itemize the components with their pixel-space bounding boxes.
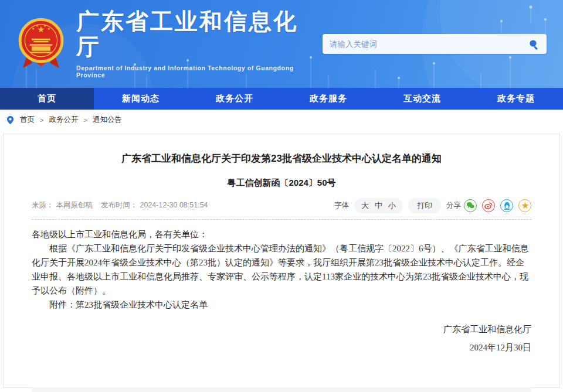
breadcrumb-separator: > [83,117,87,124]
source-label: 来源： [32,201,54,209]
breadcrumb-gov-disclosure[interactable]: 政务公开 [49,115,78,125]
share-label: 分享 [446,200,461,210]
star-icon [521,202,529,209]
source-value: 本网原创稿 [56,201,93,209]
org-name: 广东省工业和信息化厅 [76,9,323,60]
share-qq-button[interactable] [500,199,513,212]
main-nav: 首页 新闻动态 政务公开 政务服务 互动交流 政务专题 [0,88,563,110]
article-meta-left: 来源：本网原创稿发布时间：2024-12-30 08:51:54 [32,200,211,210]
svg-text:★: ★ [48,27,50,30]
qq-icon [503,202,511,210]
nav-item-home[interactable]: 首页 [0,88,94,110]
publish-time-value: 2024-12-30 08:51:54 [140,201,208,209]
font-size-label: 字体 [334,200,349,210]
article-toolbar: 字体 大 中 小 打印 分享 [334,198,531,213]
attachments-panel: 附件： 附件：第23批省级企业技术中心认定名单.pdf [32,387,531,392]
wechat-icon [466,202,474,209]
article-body: 各地级以上市工业和信息化局，各有关单位： 根据《广东工业和信息化厅关于印发省级企… [32,227,531,312]
share-weibo-button[interactable] [482,199,495,212]
breadcrumb: 首页 > 政务公开 > 通知公告 [0,110,563,130]
signature-date: 2024年12月30日 [32,339,531,357]
org-title-block: 广东省工业和信息化厅 Department of Industry and In… [76,9,323,79]
site-header: ★ ★ ★ ★ ★ 广东省工业和信息化厅 Department of Indus… [0,0,563,88]
share-favorite-button[interactable] [518,199,531,212]
location-pin-icon [6,115,15,125]
document-number: 粤工信创新函〔2024〕50号 [32,178,531,189]
font-size-large-button[interactable]: 大 [361,200,369,211]
national-emblem-logo: ★ ★ ★ ★ ★ [16,17,66,71]
search-input[interactable] [330,40,528,49]
breadcrumb-notices[interactable]: 通知公告 [93,115,122,125]
signature-block: 广东省工业和信息化厅 2024年12月30日 [32,321,531,357]
font-size-medium-button[interactable]: 中 [375,200,382,211]
font-size-small-button[interactable]: 小 [388,200,396,211]
svg-text:★: ★ [36,24,39,28]
search-button[interactable] [528,39,540,50]
nav-item-special-topics[interactable]: 政务专题 [469,88,563,110]
breadcrumb-separator: > [40,117,43,124]
share-wechat-button[interactable] [464,199,477,212]
article-meta-row: 来源：本网原创稿发布时间：2024-12-30 08:51:54 字体 大 中 … [32,198,531,220]
signature-org: 广东省工业和信息化厅 [32,321,531,339]
article-title: 广东省工业和信息化厅关于印发第23批省级企业技术中心认定名单的通知 [32,152,531,166]
site-search [323,34,547,54]
nav-item-interaction[interactable]: 互动交流 [375,88,469,110]
nav-item-gov-disclosure[interactable]: 政务公开 [188,88,282,110]
article-paragraph: 根据《广东工业和信息化厅关于印发省级企业技术中心管理办法的通知》（粤工信规字〔2… [32,241,531,298]
search-icon [528,39,540,50]
org-name-en: Department of Industry and Information T… [76,64,323,79]
svg-text:★: ★ [32,27,35,30]
article-card: 广东省工业和信息化厅关于印发第23批省级企业技术中心认定名单的通知 粤工信创新函… [3,134,560,388]
article-paragraph: 各地级以上市工业和信息化局，各有关单位： [32,227,531,241]
publish-time-label: 发布时间： [101,201,138,209]
nav-item-news[interactable]: 新闻动态 [94,88,188,110]
svg-text:★: ★ [43,24,46,28]
weibo-icon [484,202,493,209]
font-size-switcher: 大 中 小 [354,198,403,213]
nav-item-gov-services[interactable]: 政务服务 [282,88,375,110]
print-button[interactable]: 打印 [408,198,441,213]
breadcrumb-home[interactable]: 首页 [20,115,35,125]
article-paragraph: 附件：第23批省级企业技术中心认定名单 [32,298,531,312]
